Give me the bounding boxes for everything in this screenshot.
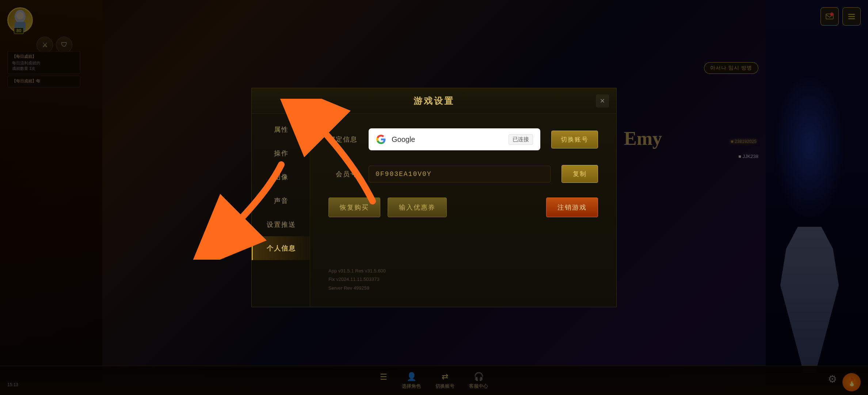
enter-coupon-button[interactable]: 输入优惠券 [388,198,447,217]
sidebar-item-attributes[interactable]: 属性 [252,117,310,141]
bind-info-row: 绑定信息 Google 已连接 切换账号 [328,128,598,150]
sidebar-item-push[interactable]: 设置推送 [252,212,310,236]
dialog-body: 属性 操作 图像 声音 设置推送 个人信息 绑定信息 [252,114,616,307]
member-label: 会员号 [328,170,358,178]
copy-button[interactable]: 复制 [561,165,598,183]
sidebar-item-profile[interactable]: 个人信息 [252,236,310,260]
version-line-2: Fix v2024.11.11.503373 [328,275,598,283]
dialog-title: 游戏设置 [414,95,454,107]
dialog-sidebar: 属性 操作 图像 声音 设置推送 个人信息 [252,114,310,307]
content-spacer [328,232,598,252]
member-id-input[interactable] [369,166,551,183]
dialog-content: 绑定信息 Google 已连接 切换账号 会员号 [310,114,616,307]
cancel-game-button[interactable]: 注销游戏 [546,198,598,217]
member-id-row: 会员号 复制 [328,165,598,183]
sidebar-item-operations[interactable]: 操作 [252,141,310,165]
switch-account-button[interactable]: 切换账号 [551,131,598,148]
sidebar-item-sound[interactable]: 声音 [252,189,310,212]
dialog-titlebar: 游戏设置 × [252,88,616,114]
google-card: Google 已连接 [369,128,540,150]
version-info: App v31.5.1 Res v31.5.600 Fix v2024.11.1… [328,267,598,292]
version-line-3: Server Rev 499259 [328,284,598,292]
version-line-1: App v31.5.1 Res v31.5.600 [328,267,598,275]
bind-label: 绑定信息 [328,135,358,144]
google-text: Google [392,135,503,144]
sidebar-item-graphics[interactable]: 图像 [252,165,310,189]
google-logo-icon [376,134,386,144]
game-settings-dialog: 游戏设置 × 属性 操作 图像 声音 设置推送 个人信息 绑定信息 [251,88,617,307]
close-button[interactable]: × [596,94,609,108]
action-buttons-row: 恢复购买 输入优惠券 注销游戏 [328,198,598,217]
connected-badge: 已连接 [509,134,533,145]
restore-purchase-button[interactable]: 恢复购买 [328,198,380,217]
